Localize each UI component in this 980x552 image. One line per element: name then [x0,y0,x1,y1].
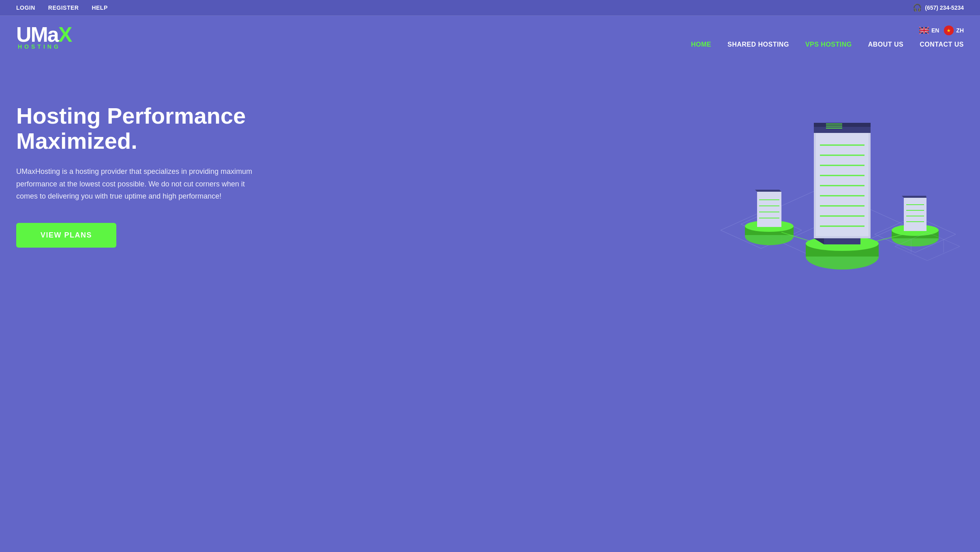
lang-zh-label: ZH [956,27,964,34]
logo-hosting: HOSTING [18,43,61,50]
nav-shared-hosting[interactable]: SHARED HOSTING [728,41,789,48]
nav-vps-hosting[interactable]: VPS HOSTING [805,41,852,48]
hero-title: Hosting Performance Maximized. [16,103,300,153]
nav-contact-us[interactable]: CONTACT US [920,41,964,48]
nav-home[interactable]: HOME [691,41,711,48]
svg-text:★: ★ [947,28,951,33]
lang-en-label: EN [931,27,939,34]
help-link[interactable]: HELP [92,4,107,11]
phone-icon: 🎧 [913,3,922,12]
top-bar-phone: 🎧 (657) 234-5234 [913,3,964,12]
top-bar: LOGIN REGISTER HELP 🎧 (657) 234-5234 [0,0,980,16]
logo-brand: UMaX [16,24,71,45]
flag-zh-icon: ★ [944,26,954,35]
flag-en-icon [919,27,929,34]
nav-right: EN ★ ZH HOME SHARED HOSTING VPS HOSTING … [691,26,964,48]
main-nav: UMaX HOSTING EN [0,16,980,58]
view-plans-button[interactable]: VIEW PLANS [16,223,116,248]
server-illustration [721,78,964,281]
top-bar-links: LOGIN REGISTER HELP [16,4,108,11]
svg-rect-36 [757,192,781,227]
logo-text: UMaX HOSTING [16,24,71,50]
server-svg-graphic [721,78,964,281]
nav-links: HOME SHARED HOSTING VPS HOSTING ABOUT US… [691,41,964,48]
login-link[interactable]: LOGIN [16,4,35,11]
phone-number: (657) 234-5234 [925,4,964,11]
lang-zh-button[interactable]: ★ ZH [944,26,964,35]
lang-en-button[interactable]: EN [919,27,939,34]
svg-rect-44 [904,198,927,231]
logo[interactable]: UMaX HOSTING [16,24,71,50]
lang-switcher: EN ★ ZH [919,26,964,35]
hero-subtitle: UMaxHosting is a hosting provider that s… [16,165,267,203]
hero-content: Hosting Performance Maximized. UMaxHosti… [16,103,300,248]
register-link[interactable]: REGISTER [48,4,79,11]
hero-section: Hosting Performance Maximized. UMaxHosti… [0,58,980,301]
nav-about-us[interactable]: ABOUT US [868,41,904,48]
